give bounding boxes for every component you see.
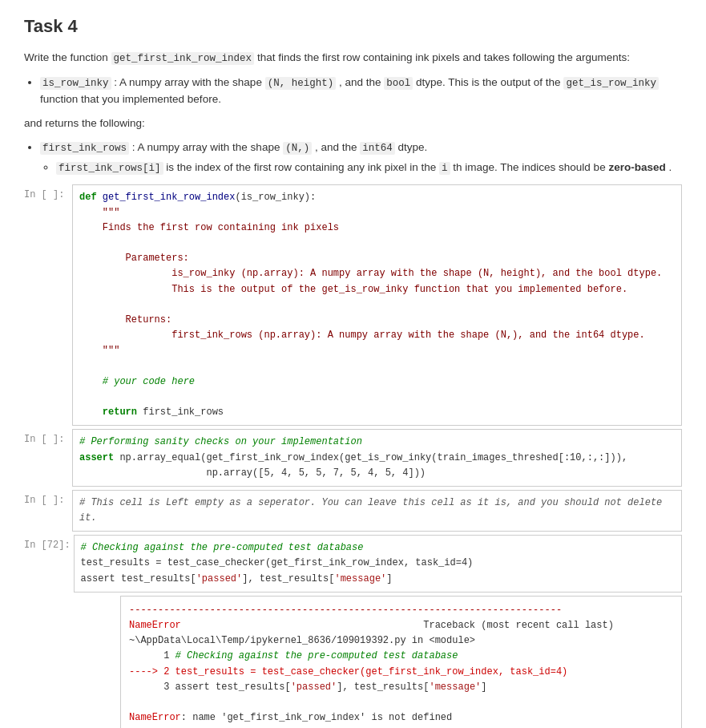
error-blank <box>129 695 673 710</box>
ret-shape: (N,) <box>283 142 312 155</box>
cell-1-line-4 <box>79 236 675 251</box>
cell-1-line-11: """ <box>79 343 675 358</box>
ret-sub-i: i <box>439 162 450 175</box>
cell-4-container: In [72]: # Checking against the pre-comp… <box>24 535 682 593</box>
cell-1-line-7: This is the output of the get_is_row_ink… <box>79 282 675 297</box>
cell-1-container: In [ ]: def get_first_ink_row_index(is_r… <box>24 184 682 427</box>
cell-1-line-3: Finds the first row containing ink pixel… <box>79 220 675 236</box>
arg-shape: (N, height) <box>265 77 337 90</box>
function-name-inline: get_first_ink_row_index <box>111 52 255 65</box>
cell-2-container: In [ ]: # Performing sanity checks on yo… <box>24 429 682 487</box>
cell-1-content[interactable]: def get_first_ink_row_index(is_row_inky)… <box>72 184 682 427</box>
ret-desc3: dtype. <box>398 141 428 153</box>
ret-desc: : A numpy array with the shape <box>132 141 283 153</box>
cell-1-line-6: is_row_inky (np.array): A numpy array wi… <box>79 266 675 281</box>
cell-3-container: In [ ]: # This cell is Left empty as a s… <box>24 490 682 532</box>
ret-sub-bold: zero-based <box>608 161 665 173</box>
cell-4-error-container: ----------------------------------------… <box>24 596 682 728</box>
ret-label: first_ink_rows <box>40 142 129 155</box>
cell-1-line-15: return first_ink_rows <box>79 405 675 420</box>
cell-4-error-label <box>24 596 72 601</box>
cell-4-line-2: test_results = test_case_checker(get_fir… <box>81 556 675 571</box>
cell-1-line-12 <box>79 359 675 374</box>
cell-2-label: In [ ]: <box>24 429 72 445</box>
ret-sub-label: first_ink_rows[i] <box>56 162 163 175</box>
cell-4-error-output: ----------------------------------------… <box>120 596 682 728</box>
cell-2-line-3: np.array([5, 4, 5, 5, 7, 5, 4, 5, 4])) <box>79 466 675 481</box>
cell-1-line-8 <box>79 297 675 313</box>
page-title: Task 4 <box>24 16 682 37</box>
error-message: NameError: name 'get_first_ink_row_index… <box>129 710 673 726</box>
error-line-1: 1 # Checking against the pre-computed te… <box>129 649 673 664</box>
cell-4-line-1: # Checking against the pre-computed test… <box>81 540 675 556</box>
cell-3-label: In [ ]: <box>24 490 72 506</box>
intro-paragraph: Write the function get_first_ink_row_ind… <box>24 50 682 67</box>
arg-desc3: dtype. This is the output of the <box>416 76 563 88</box>
cell-1-line-13: # your code here <box>79 374 675 390</box>
ret-desc2: , and the <box>315 141 360 153</box>
cell-2-line-1: # Performing sanity checks on your imple… <box>79 435 675 450</box>
cell-1-line-14 <box>79 390 675 405</box>
returns-list: first_ink_rows : A numpy array with the … <box>40 140 682 176</box>
cell-1-label: In [ ]: <box>24 184 72 200</box>
cell-3-content[interactable]: # This cell is Left empty as a seperator… <box>72 490 682 532</box>
returns-intro: and returns the following: <box>24 115 682 131</box>
error-file-line: ~\AppData\Local\Temp/ipykernel_8636/1090… <box>129 633 673 649</box>
cell-2-line-2: assert np.array_equal(get_first_ink_row_… <box>79 451 675 466</box>
cell-3-line: # This cell is Left empty as a seperator… <box>79 495 675 526</box>
ret-sub-end: . <box>668 161 672 173</box>
arg-func: get_is_row_inky <box>563 77 659 90</box>
cell-1-line-5: Parameters: <box>79 251 675 266</box>
error-traceback-header: NameError Traceback (most recent call la… <box>129 618 673 633</box>
intro-text: Write the function <box>24 51 108 63</box>
returns-sub-item: first_ink_rows[i] is the index of the fi… <box>56 160 682 176</box>
cell-1-line-2: """ <box>79 205 675 220</box>
ret-sub-desc2: th image. The indices should be <box>453 161 608 173</box>
cell-4-line-3: assert test_results['passed'], test_resu… <box>81 572 675 587</box>
cell-4-content[interactable]: # Checking against the pre-computed test… <box>74 535 682 593</box>
cell-1-line-9: Returns: <box>79 313 675 328</box>
intro-rest: that finds the first row containing ink … <box>257 51 630 63</box>
arg-label: is_row_inky <box>40 77 111 90</box>
arg-desc: : A numpy array with the shape <box>114 76 264 88</box>
returns-item: first_ink_rows : A numpy array with the … <box>40 140 682 176</box>
arg-desc4: function that you implemented before. <box>40 93 221 105</box>
arg-item: is_row_inky : A numpy array with the sha… <box>40 75 682 107</box>
arg-desc2: , and the <box>339 76 384 88</box>
error-separator: ----------------------------------------… <box>129 603 673 618</box>
error-line-3: 3 assert test_results['passed'], test_re… <box>129 680 673 695</box>
returns-sub-list: first_ink_rows[i] is the index of the fi… <box>56 160 682 176</box>
cell-4-label: In [72]: <box>24 535 74 551</box>
error-line-2: ----> 2 test_results = test_case_checker… <box>129 665 673 680</box>
cell-1-line-10: first_ink_rows (np.array): A numpy array… <box>79 328 675 343</box>
arg-list: is_row_inky : A numpy array with the sha… <box>40 75 682 107</box>
cell-1-line-1: def get_first_ink_row_index(is_row_inky)… <box>79 190 675 205</box>
ret-dtype: int64 <box>360 142 395 155</box>
cell-2-content[interactable]: # Performing sanity checks on your imple… <box>72 429 682 487</box>
ret-sub-desc: is the index of the first row containing… <box>166 161 439 173</box>
arg-dtype: bool <box>384 77 413 90</box>
